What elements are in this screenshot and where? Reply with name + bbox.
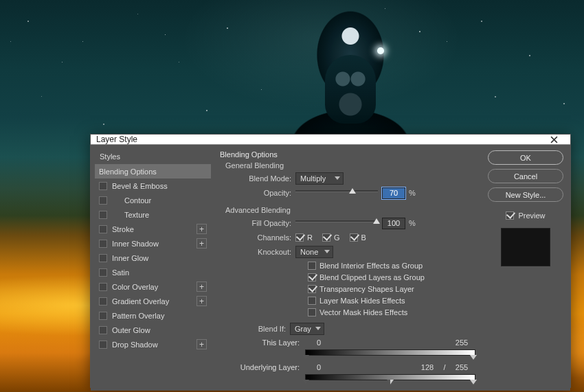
knockout-label: Knockout: — [231, 248, 291, 256]
layer-style-dialog: Layer Style Styles Blending OptionsBevel… — [90, 134, 571, 388]
preview-checkbox[interactable] — [506, 211, 514, 220]
chevron-down-icon — [315, 327, 321, 330]
style-checkbox[interactable] — [99, 326, 107, 334]
style-label: Stroke — [112, 225, 196, 233]
adv-option[interactable]: Vector Mask Hides Effects — [308, 307, 475, 317]
channel-r[interactable]: R — [295, 233, 313, 242]
adv-checkbox[interactable] — [308, 297, 316, 305]
blend-mode-label: Blend Mode: — [231, 174, 291, 183]
adv-option[interactable]: Blend Interior Effects as Group — [308, 260, 475, 270]
style-label: Blending Options — [99, 168, 207, 176]
fill-opacity-input[interactable]: 100 — [382, 218, 405, 229]
dialog-actions: OK Cancel New Style... Preview — [481, 145, 570, 391]
underlying-slider[interactable] — [305, 374, 475, 382]
underlying-sep: / — [441, 363, 448, 371]
style-item-contour[interactable]: Contour — [95, 193, 211, 207]
styles-list: Styles Blending OptionsBevel & EmbossCon… — [91, 145, 214, 391]
cancel-button[interactable]: Cancel — [488, 169, 563, 183]
adv-option[interactable]: Layer Mask Hides Effects — [308, 295, 475, 305]
style-item-blending-options[interactable]: Blending Options — [95, 164, 211, 178]
style-item-bevel-emboss[interactable]: Bevel & Emboss — [95, 178, 211, 193]
this-layer-label: This Layer: — [231, 338, 300, 347]
close-button[interactable] — [543, 135, 565, 144]
adv-option[interactable]: Transparency Shapes Layer — [308, 284, 475, 294]
style-item-satin[interactable]: Satin — [95, 265, 211, 279]
style-checkbox[interactable] — [99, 341, 107, 349]
blending-panel: Blending Options General Blending Blend … — [214, 145, 481, 391]
styles-header[interactable]: Styles — [95, 149, 211, 164]
style-checkbox[interactable] — [99, 196, 107, 205]
style-item-gradient-overlay[interactable]: Gradient Overlay+ — [95, 294, 211, 308]
fill-opacity-slider[interactable] — [295, 219, 378, 227]
opacity-input[interactable]: 70 — [382, 187, 405, 199]
blendif-select[interactable]: Gray — [290, 323, 324, 335]
preview-label: Preview — [518, 211, 545, 220]
new-style-button[interactable]: New Style... — [488, 187, 563, 202]
preview-swatch — [501, 228, 550, 266]
chevron-down-icon — [324, 250, 330, 253]
style-checkbox[interactable] — [99, 225, 107, 233]
underlying-label: Underlying Layer: — [231, 363, 300, 371]
style-checkbox[interactable] — [99, 240, 107, 248]
style-label: Inner Glow — [112, 254, 207, 262]
style-label: Contour — [124, 196, 207, 205]
style-label: Inner Shadow — [112, 240, 196, 248]
adv-label: Layer Mask Hides Effects — [319, 297, 405, 305]
style-checkbox[interactable] — [99, 312, 107, 320]
style-item-inner-glow[interactable]: Inner Glow — [95, 251, 211, 265]
style-label: Texture — [124, 211, 207, 219]
blend-mode-value: Multiply — [300, 174, 326, 183]
underlying-lo: 0 — [305, 363, 333, 371]
adv-label: Transparency Shapes Layer — [319, 285, 414, 293]
this-layer-slider[interactable] — [305, 349, 475, 358]
style-checkbox[interactable] — [99, 283, 107, 291]
underlying-mid: 128 — [414, 363, 441, 371]
style-item-color-overlay[interactable]: Color Overlay+ — [95, 279, 211, 294]
style-label: Color Overlay — [112, 283, 196, 291]
style-item-drop-shadow[interactable]: Drop Shadow+ — [95, 337, 211, 351]
ok-button[interactable]: OK — [488, 150, 563, 165]
add-effect-button[interactable]: + — [196, 296, 207, 306]
style-item-outer-glow[interactable]: Outer Glow — [95, 323, 211, 337]
style-item-inner-shadow[interactable]: Inner Shadow+ — [95, 236, 211, 251]
fill-opacity-label: Fill Opacity: — [231, 219, 291, 227]
channel-g[interactable]: G — [322, 233, 340, 242]
preview-toggle[interactable]: Preview — [506, 211, 545, 220]
knockout-select[interactable]: None — [295, 246, 333, 258]
underlying-hi: 255 — [448, 363, 475, 371]
blend-mode-select[interactable]: Multiply — [295, 172, 344, 185]
adv-label: Blend Interior Effects as Group — [319, 262, 423, 270]
style-checkbox[interactable] — [99, 211, 107, 219]
style-label: Gradient Overlay — [112, 297, 196, 305]
adv-checkbox[interactable] — [308, 262, 316, 270]
panel-title: Blending Options — [220, 150, 475, 159]
channel-b[interactable]: B — [350, 233, 366, 242]
dialog-titlebar[interactable]: Layer Style — [91, 135, 570, 145]
add-effect-button[interactable]: + — [196, 224, 207, 234]
adv-label: Vector Mask Hides Effects — [319, 308, 407, 316]
style-label: Satin — [112, 268, 207, 277]
style-checkbox[interactable] — [99, 297, 107, 305]
add-effect-button[interactable]: + — [196, 339, 207, 349]
adv-checkbox[interactable] — [308, 273, 316, 281]
style-checkbox[interactable] — [99, 254, 107, 262]
adv-option[interactable]: Blend Clipped Layers as Group — [308, 272, 475, 282]
style-label: Bevel & Emboss — [112, 182, 207, 190]
style-item-pattern-overlay[interactable]: Pattern Overlay — [95, 308, 211, 323]
add-effect-button[interactable]: + — [196, 238, 207, 249]
opacity-pct: % — [409, 189, 416, 197]
this-layer-lo: 0 — [305, 338, 333, 347]
opacity-slider[interactable] — [295, 189, 378, 197]
style-checkbox[interactable] — [99, 268, 107, 277]
adv-checkbox[interactable] — [308, 308, 316, 316]
adv-label: Blend Clipped Layers as Group — [319, 273, 425, 281]
style-checkbox[interactable] — [99, 182, 107, 190]
add-effect-button[interactable]: + — [196, 281, 207, 292]
opacity-label: Opacity: — [231, 189, 291, 197]
style-item-stroke[interactable]: Stroke+ — [95, 222, 211, 236]
style-label: Pattern Overlay — [112, 312, 207, 320]
dialog-title: Layer Style — [96, 135, 137, 144]
this-layer-hi: 255 — [448, 338, 475, 347]
style-item-texture[interactable]: Texture — [95, 207, 211, 222]
adv-checkbox[interactable] — [308, 285, 316, 293]
